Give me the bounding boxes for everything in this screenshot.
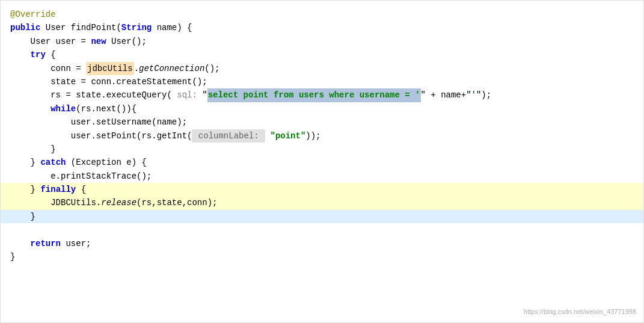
method-findpoint: findPoint( xyxy=(71,21,121,34)
keyword-catch: catch xyxy=(40,156,70,169)
code-line-19: } xyxy=(1,250,643,263)
line9-text: user.setUsername(name); xyxy=(10,115,187,129)
release-method: release xyxy=(101,196,136,209)
keyword-try: try xyxy=(31,48,51,61)
param-name: name) { xyxy=(157,21,192,34)
code-line-12: } catch (Exception e) { xyxy=(1,156,643,169)
code-line-3: User user = new User(); xyxy=(1,35,643,48)
line6-text: state = conn.createStatement(); xyxy=(10,75,207,88)
code-line-17 xyxy=(1,223,643,236)
code-block: @Override public User findPoint( String … xyxy=(0,0,644,323)
brace4: { xyxy=(51,48,55,61)
getconnection: .getConnection(); xyxy=(134,62,220,75)
sql-hint: sql: xyxy=(172,88,202,102)
code-line-11: } xyxy=(1,143,643,156)
return-user: user; xyxy=(66,237,91,250)
annotation-override: @Override xyxy=(10,8,56,21)
jdbcutils-highlight: jdbcUtils xyxy=(86,62,134,75)
type-user: User xyxy=(46,21,71,34)
code-line-1: @Override xyxy=(1,8,643,21)
code-line-16: } xyxy=(1,210,643,223)
line14-openbrace: { xyxy=(81,183,86,196)
line3-text: User user = xyxy=(10,35,91,48)
line13-text: e.printStackTrace(); xyxy=(10,170,152,183)
code-line-4: try { xyxy=(1,48,643,61)
line7-end: "); xyxy=(476,88,491,102)
indent18 xyxy=(10,237,31,250)
line7-rs: rs = state.executeQuery( xyxy=(10,88,172,102)
keyword-public: public xyxy=(10,21,46,34)
keyword-new: new xyxy=(91,35,111,48)
line12-exception: (Exception e) { xyxy=(71,156,147,169)
keyword-while: while xyxy=(51,102,76,115)
line10-start: user.setPoint(rs.getInt( xyxy=(10,129,192,143)
code-line-10: user.setPoint(rs.getInt( columnLabel: "p… xyxy=(1,129,643,143)
code-line-7: rs = state.executeQuery( sql: "select po… xyxy=(1,88,643,102)
quote2: " + name+" xyxy=(421,88,471,102)
indent8 xyxy=(10,102,51,115)
code-line-6: state = conn.createStatement(); xyxy=(1,75,643,88)
code-line-5: conn = jdbcUtils.getConnection(); xyxy=(1,62,643,75)
sql-string: select point from users where username =… xyxy=(208,90,420,100)
closing-quote-str: ' xyxy=(471,88,476,102)
line15-args: (rs,state,conn); xyxy=(136,196,217,209)
line3-constructor: User(); xyxy=(111,35,147,48)
line15-text: JDBCUtils. xyxy=(10,196,101,209)
line12-close: } xyxy=(10,156,40,169)
keyword-finally: finally xyxy=(40,183,81,196)
quote1: " xyxy=(202,88,207,102)
code-line-18: return user; xyxy=(1,237,643,250)
code-line-15: JDBCUtils.release(rs,state,conn); xyxy=(1,196,643,209)
keyword-string: String xyxy=(121,21,157,34)
line19-brace: } xyxy=(10,250,15,263)
line16-brace: } xyxy=(10,210,35,223)
keyword-return: return xyxy=(31,237,66,250)
code-line-9: user.setUsername(name); xyxy=(1,115,643,129)
conn-assign: conn = xyxy=(10,62,86,75)
while-cond: (rs.next()){ xyxy=(76,102,136,115)
column-label-hint: columnLabel: xyxy=(192,129,265,143)
line11-brace: } xyxy=(10,143,56,156)
code-line-8: while (rs.next()){ xyxy=(1,102,643,115)
code-line-2: public User findPoint( String name) { xyxy=(1,21,643,34)
code-line-13: e.printStackTrace(); xyxy=(1,170,643,183)
point-string: "point" xyxy=(265,129,305,143)
indent4 xyxy=(10,48,31,61)
line14-closebrace: } xyxy=(10,183,40,196)
line10-end: )); xyxy=(305,129,320,143)
code-line-14: } finally { xyxy=(1,183,643,196)
sql-select: select point from users where username =… xyxy=(207,88,421,102)
watermark: https://blog.csdn.net/weixin_43771998 xyxy=(524,307,636,318)
line17-empty xyxy=(10,223,15,236)
